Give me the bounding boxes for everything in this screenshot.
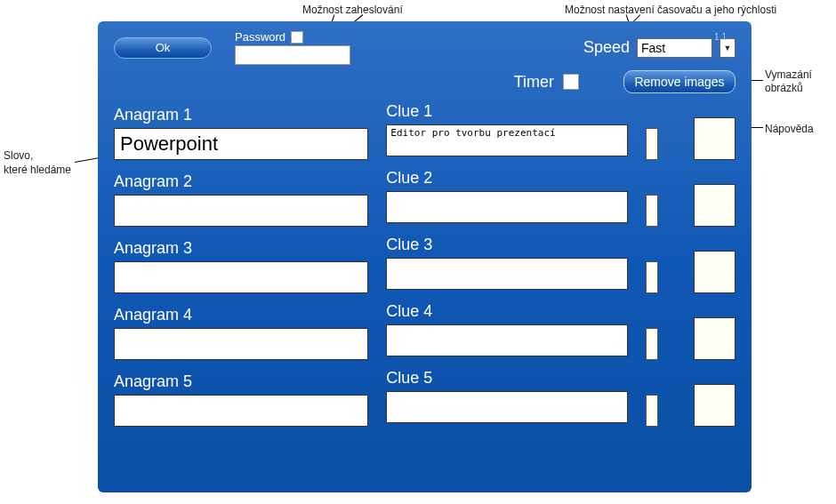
- color-swatch[interactable]: [646, 195, 658, 227]
- annotation-remove-l1: Vymazání: [765, 68, 812, 81]
- image-slot[interactable]: [694, 117, 736, 160]
- speed-select[interactable]: Fast: [637, 38, 712, 58]
- anagram-input[interactable]: [114, 328, 368, 360]
- remove-images-button[interactable]: Remove images: [623, 70, 736, 93]
- clue-label: Clue 1: [386, 102, 627, 121]
- annotation-password: Možnost zaheslování: [302, 4, 403, 16]
- anagram-row: Anagram 3 Clue 3: [114, 236, 736, 293]
- anagram-input[interactable]: [114, 195, 368, 227]
- anagram-label: Anagram 3: [114, 239, 368, 258]
- clue-input[interactable]: [386, 124, 627, 156]
- password-input[interactable]: [235, 45, 350, 65]
- color-swatch[interactable]: [646, 261, 658, 293]
- timer-checkbox[interactable]: [563, 74, 579, 90]
- anagram-label: Anagram 5: [114, 372, 368, 391]
- timer-row: Timer Remove images: [114, 70, 736, 93]
- clue-input[interactable]: [386, 324, 627, 356]
- clue-label: Clue 5: [386, 369, 627, 388]
- timer-label: Timer: [514, 73, 554, 92]
- anagram-label: Anagram 4: [114, 306, 368, 324]
- image-slot[interactable]: [694, 184, 736, 227]
- anagram-input[interactable]: [114, 395, 368, 427]
- anagram-row: Anagram 5 Clue 5: [114, 369, 736, 427]
- annotation-timer: Možnost nastavení časovaču a jeho rýchlo…: [565, 4, 776, 16]
- anagram-input[interactable]: [114, 128, 368, 160]
- color-swatch[interactable]: [646, 395, 658, 427]
- version-label: 1.1: [714, 32, 727, 42]
- color-swatch[interactable]: [646, 128, 658, 160]
- color-swatch[interactable]: [646, 328, 658, 360]
- annotation-remove-l2: obrázků: [765, 82, 803, 94]
- clue-label: Clue 2: [386, 169, 627, 188]
- annotation-word-l2: které hledáme: [4, 164, 71, 176]
- top-toolbar: Ok Password Speed Fast ▼: [114, 30, 736, 65]
- ok-button[interactable]: Ok: [114, 37, 212, 59]
- image-slot[interactable]: [694, 384, 736, 427]
- password-area: Password: [235, 30, 350, 65]
- annotation-help: Nápověda: [765, 123, 814, 135]
- anagram-label: Anagram 1: [114, 106, 368, 124]
- anagram-label: Anagram 2: [114, 172, 368, 191]
- password-label: Password: [235, 30, 285, 44]
- clue-label: Clue 4: [386, 302, 627, 321]
- clue-label: Clue 3: [386, 236, 627, 254]
- anagram-row: Anagram 1 Clue 1: [114, 102, 736, 160]
- annotation-word-l1: Slovo,: [4, 149, 33, 162]
- speed-area: Speed Fast ▼: [583, 38, 736, 58]
- image-slot[interactable]: [694, 317, 736, 360]
- image-slot[interactable]: [694, 251, 736, 293]
- speed-label: Speed: [583, 38, 630, 57]
- anagram-input[interactable]: [114, 261, 368, 293]
- anagram-row: Anagram 2 Clue 2: [114, 169, 736, 227]
- clue-input[interactable]: [386, 191, 627, 223]
- anagram-row: Anagram 4 Clue 4: [114, 302, 736, 360]
- settings-panel: 1.1 Ok Password Speed Fast ▼ Timer Remov…: [98, 21, 752, 492]
- clue-input[interactable]: [386, 391, 627, 423]
- password-checkbox[interactable]: [291, 31, 303, 44]
- clue-input[interactable]: [386, 258, 627, 290]
